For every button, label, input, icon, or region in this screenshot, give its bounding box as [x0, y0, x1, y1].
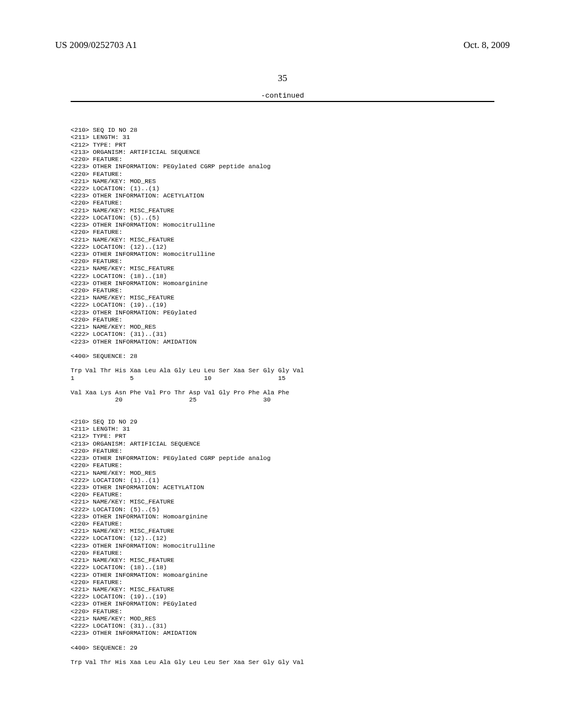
seq28-line: <220> FEATURE:: [71, 200, 122, 206]
seq28-line: <221> NAME/KEY: MOD_RES: [71, 324, 156, 330]
seq29-line: <223> OTHER INFORMATION: Homoarginine: [71, 513, 207, 520]
seq29-line: <223> OTHER INFORMATION: Homocitrulline: [71, 543, 215, 549]
seq29-line: <220> FEATURE:: [71, 491, 122, 498]
seq28-line: <220> FEATURE:: [71, 317, 122, 323]
seq29-line: <221> NAME/KEY: MOD_RES: [71, 615, 156, 622]
seq29-line: <222> LOCATION: (12)..(12): [71, 535, 167, 542]
seq28-line: <210> SEQ ID NO 28: [71, 127, 137, 133]
seq29-line: <223> OTHER INFORMATION: Homoarginine: [71, 572, 207, 579]
seq28-line: <220> FEATURE:: [71, 156, 122, 163]
seq28-line: [71, 382, 74, 389]
seq29-line: <221> NAME/KEY: MISC_FEATURE: [71, 586, 174, 593]
seq28-line: <223> OTHER INFORMATION: PEGylated CGRP …: [71, 163, 271, 170]
seq28-line: <220> FEATURE:: [71, 229, 122, 235]
seq28-line: <222> LOCATION: (12)..(12): [71, 244, 167, 250]
page-number: 35: [55, 73, 510, 84]
seq28-line: <222> LOCATION: (19)..(19): [71, 302, 167, 308]
seq29-line: <220> FEATURE:: [71, 462, 122, 469]
seq28-line: <221> NAME/KEY: MOD_RES: [71, 178, 156, 185]
page-header: US 2009/0252703 A1 Oct. 8, 2009: [55, 40, 510, 51]
seq29-line: <223> OTHER INFORMATION: AMIDATION: [71, 630, 196, 636]
seq28-numbers: 20 25 30: [71, 397, 271, 403]
seq29-line: <221> NAME/KEY: MISC_FEATURE: [71, 557, 174, 564]
seq28-line: <222> LOCATION: (5)..(5): [71, 215, 159, 221]
seq28-line: <223> OTHER INFORMATION: ACETYLATION: [71, 192, 204, 199]
seq28-line: <222> LOCATION: (1)..(1): [71, 185, 159, 192]
seq29-line: <222> LOCATION: (18)..(18): [71, 564, 167, 571]
seq29-line: <212> TYPE: PRT: [71, 433, 126, 440]
seq29-line: <220> FEATURE:: [71, 579, 122, 586]
continued-label: -continued: [55, 92, 510, 100]
seq28-line: <223> OTHER INFORMATION: Homocitrulline: [71, 251, 215, 258]
seq29-line: <222> LOCATION: (19)..(19): [71, 593, 167, 600]
seq28-line: <220> FEATURE:: [71, 287, 122, 294]
seq29-line: <210> SEQ ID NO 29: [71, 419, 137, 425]
horizontal-rule: [71, 101, 494, 102]
seq28-line: <211> LENGTH: 31: [71, 134, 130, 141]
seq28-line: [71, 346, 74, 352]
seq29-line: <221> NAME/KEY: MOD_RES: [71, 470, 156, 477]
seq28-line: <220> FEATURE:: [71, 171, 122, 178]
publication-date: Oct. 8, 2009: [463, 40, 510, 51]
sequence-listing: <210> SEQ ID NO 28 <211> LENGTH: 31 <212…: [71, 120, 510, 666]
seq28-line: <221> NAME/KEY: MISC_FEATURE: [71, 265, 174, 272]
seq29-line: <221> NAME/KEY: MISC_FEATURE: [71, 499, 174, 505]
seq29-line: <223> OTHER INFORMATION: PEGylated: [71, 601, 196, 607]
seq29-line: <220> FEATURE:: [71, 448, 122, 454]
seq29-line: <213> ORGANISM: ARTIFICIAL SEQUENCE: [71, 441, 200, 447]
seq28-line: <212> TYPE: PRT: [71, 142, 126, 148]
seq29-line: <223> OTHER INFORMATION: ACETYLATION: [71, 484, 204, 491]
seq29-line: <223> OTHER INFORMATION: PEGylated CGRP …: [71, 455, 271, 462]
seq29-line: <220> FEATURE:: [71, 608, 122, 615]
seq29-line: <222> LOCATION: (1)..(1): [71, 477, 159, 484]
seq28-line: <221> NAME/KEY: MISC_FEATURE: [71, 295, 174, 301]
seq28-line: <222> LOCATION: (31)..(31): [71, 331, 167, 338]
seq28-numbers: 1 5 10 15: [71, 375, 285, 382]
seq28-line: <220> FEATURE:: [71, 258, 122, 265]
seq28-line: [71, 360, 74, 367]
seq29-line: [71, 652, 74, 659]
seq28-line: <221> NAME/KEY: MISC_FEATURE: [71, 207, 174, 214]
seq28-line: <400> SEQUENCE: 28: [71, 353, 137, 360]
seq28-line: <223> OTHER INFORMATION: AMIDATION: [71, 339, 196, 345]
seq28-residues: Val Xaa Lys Asn Phe Val Pro Thr Asp Val …: [71, 389, 289, 396]
page: US 2009/0252703 A1 Oct. 8, 2009 35 -cont…: [0, 0, 565, 728]
seq29-line: <222> LOCATION: (31)..(31): [71, 623, 167, 629]
seq29-line: <211> LENGTH: 31: [71, 426, 130, 432]
seq29-line: <220> FEATURE:: [71, 521, 122, 527]
seq28-line: <222> LOCATION: (18)..(18): [71, 273, 167, 280]
seq28-line: <221> NAME/KEY: MISC_FEATURE: [71, 237, 174, 243]
seq28-line: <223> OTHER INFORMATION: Homoarginine: [71, 280, 207, 287]
seq29-line: <221> NAME/KEY: MISC_FEATURE: [71, 528, 174, 534]
seq29-line: [71, 638, 74, 644]
seq29-line: <400> SEQUENCE: 29: [71, 645, 137, 651]
seq28-line: <223> OTHER INFORMATION: Homocitrulline: [71, 222, 215, 228]
seq28-line: <223> OTHER INFORMATION: PEGylated: [71, 309, 196, 316]
seq28-line: <213> ORGANISM: ARTIFICIAL SEQUENCE: [71, 149, 200, 156]
seq29-line: <222> LOCATION: (5)..(5): [71, 506, 159, 513]
seq29-line: <220> FEATURE:: [71, 550, 122, 556]
publication-number: US 2009/0252703 A1: [55, 40, 137, 51]
seq29-residues: Trp Val Thr His Xaa Leu Ala Gly Leu Leu …: [71, 659, 304, 666]
seq28-residues: Trp Val Thr His Xaa Leu Ala Gly Leu Leu …: [71, 367, 304, 374]
